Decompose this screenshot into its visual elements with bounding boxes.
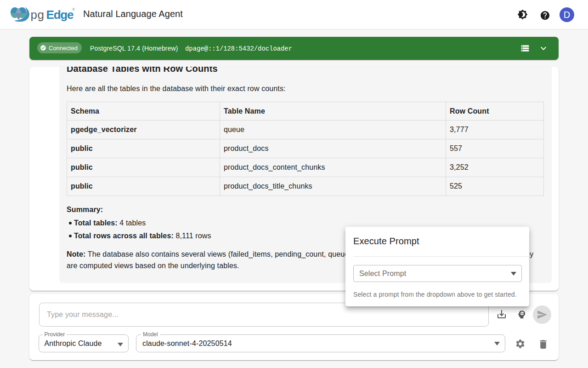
svg-text:pg: pg: [31, 8, 45, 22]
svg-text:®: ®: [73, 8, 75, 11]
svg-text:Edge: Edge: [46, 8, 74, 22]
